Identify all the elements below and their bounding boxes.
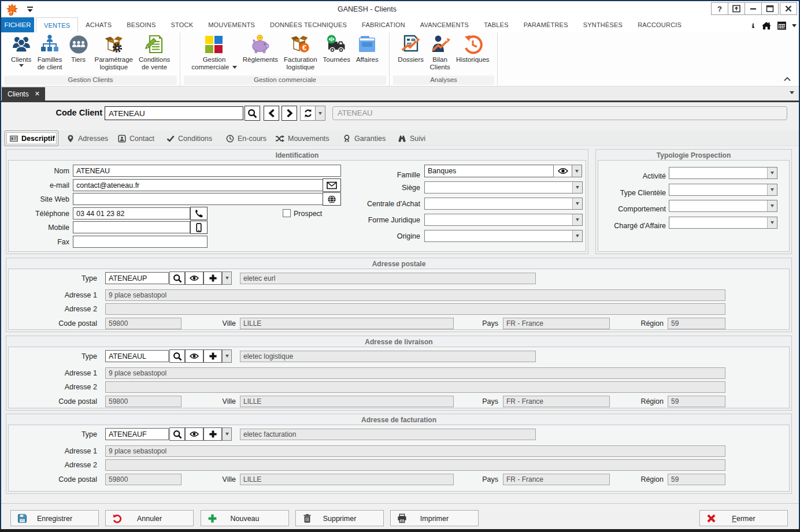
calculator-icon[interactable] (777, 21, 787, 30)
adresse-facturation-type-input[interactable] (105, 428, 169, 440)
form-tab-descriptif[interactable]: Descriptif (5, 131, 58, 146)
menu-tab-ventes[interactable]: VENTES (36, 17, 78, 32)
type-clientele-dropdown-button[interactable] (767, 184, 777, 195)
menu-tab-mouvements[interactable]: MOUVEMENTS (201, 17, 262, 32)
form-tab-adresses[interactable]: Adresses (66, 131, 108, 146)
print-button[interactable]: Imprimer (390, 510, 479, 526)
nom-input[interactable] (73, 165, 341, 177)
document-tab-close-icon[interactable]: ✕ (35, 90, 40, 98)
ribbon-button-affaires[interactable]: Affaires (353, 33, 382, 64)
form-tab-mouvements[interactable]: Mouvements (275, 131, 329, 146)
menu-tab-fabrication[interactable]: FABRICATION (354, 17, 413, 32)
form-tab-en-cours[interactable]: En-cours (226, 131, 266, 146)
adresse-livraison-view-button[interactable] (185, 349, 203, 363)
next-record-button[interactable] (282, 106, 297, 121)
menu-tab-besoins[interactable]: BESOINS (119, 17, 163, 32)
window-arrow-button[interactable] (728, 2, 745, 15)
comportement-combo[interactable] (669, 200, 777, 212)
delete-button[interactable]: Supprimer (295, 510, 384, 526)
ribbon-button-facturation-logistique[interactable]: Facturation logistique (281, 33, 320, 71)
centrale-achat-combo[interactable] (424, 198, 583, 210)
menu-tab-stock[interactable]: STOCK (164, 17, 201, 32)
forme-juridique-combo[interactable] (424, 214, 583, 226)
form-tab-conditions[interactable]: Conditions (166, 131, 212, 146)
form-tab-suivi[interactable]: Suivi (398, 131, 425, 146)
close-button[interactable] (780, 2, 797, 15)
adresse-postale-view-button[interactable] (185, 271, 203, 285)
adresse-livraison-type-input[interactable] (105, 350, 169, 362)
ribbon-button-tournees[interactable]: Tournées (320, 33, 353, 64)
forme-juridique-dropdown-button[interactable] (572, 214, 582, 225)
centrale-achat-dropdown-button[interactable] (572, 198, 582, 209)
ribbon-button-clients[interactable]: Clients (8, 33, 35, 67)
ribbon-button-tiers[interactable]: Tiers (65, 33, 92, 64)
call-mobile-button[interactable] (190, 221, 208, 234)
ribbon-button-reglements[interactable]: Règlements (240, 33, 281, 64)
minimize-button[interactable] (745, 2, 762, 15)
siege-combo[interactable] (424, 181, 583, 194)
site-web-input[interactable] (73, 193, 323, 205)
charge-affaire-combo[interactable] (669, 217, 777, 229)
ribbon-button-familles-de-client[interactable]: Familles de client (35, 33, 65, 71)
new-button[interactable]: Nouveau (201, 510, 289, 526)
adresse-postale-type-input[interactable] (105, 272, 169, 284)
menu-tab-parametres[interactable]: PARAMÈTRES (516, 17, 576, 32)
adresse-livraison-search-button[interactable] (169, 349, 185, 363)
cancel-button[interactable]: Annuler (105, 510, 194, 526)
adresse-facturation-add-button[interactable] (203, 427, 222, 441)
comportement-dropdown-button[interactable] (767, 200, 777, 211)
telephone-input[interactable] (73, 207, 190, 220)
previous-record-button[interactable] (264, 106, 279, 121)
call-phone-button[interactable] (190, 207, 208, 220)
help-button[interactable]: ? (711, 2, 728, 15)
document-tab-clients[interactable]: Clients ✕ (2, 87, 45, 101)
refresh-dropdown-button[interactable] (316, 106, 325, 121)
ribbon-button-dossiers[interactable]: Dossiers (395, 33, 427, 64)
ribbon-button-historiques[interactable]: Historiques (453, 33, 492, 64)
adresse-facturation-view-button[interactable] (185, 427, 203, 441)
origine-dropdown-button[interactable] (572, 230, 582, 241)
ribbon-collapse-chevron-icon[interactable] (783, 76, 792, 84)
adresse-facturation-add-dropdown-button[interactable] (222, 427, 232, 441)
ribbon-button-parametrage-logistique[interactable]: Paramétrage logistique (92, 33, 136, 71)
origine-combo[interactable] (424, 230, 583, 242)
fax-input[interactable] (73, 236, 208, 248)
menu-tab-raccourcis[interactable]: RACCOURCIS (630, 17, 689, 32)
siege-dropdown-button[interactable] (572, 182, 582, 193)
activite-combo[interactable] (669, 167, 777, 179)
form-tab-garanties[interactable]: Garanties (343, 131, 386, 146)
menu-tab-achats[interactable]: ACHATS (78, 17, 119, 32)
adresse-postale-search-button[interactable] (169, 271, 185, 285)
email-input[interactable] (73, 179, 323, 191)
prospect-checkbox[interactable] (283, 209, 291, 217)
activite-dropdown-button[interactable] (767, 168, 777, 178)
menu-tab-avancements[interactable]: AVANCEMENTS (413, 17, 476, 32)
save-button[interactable]: Enregistrer (10, 510, 99, 526)
form-tab-contact[interactable]: Contact (118, 131, 154, 146)
search-client-button[interactable] (245, 106, 260, 121)
famille-dropdown-button[interactable] (572, 165, 582, 177)
ribbon-button-bilan-clients[interactable]: Bilan Clients (427, 33, 453, 71)
home-icon[interactable] (761, 21, 772, 30)
adresse-postale-add-button[interactable] (203, 271, 222, 285)
calculator-dropdown-caret-icon[interactable] (792, 24, 797, 27)
ribbon-button-gestion-commerciale[interactable]: Gestion commerciale (188, 33, 239, 71)
maximize-button[interactable] (761, 2, 779, 15)
menu-tab-syntheses[interactable]: SYNTHÈSES (576, 17, 630, 32)
mobile-input[interactable] (73, 221, 190, 233)
adresse-facturation-search-button[interactable] (169, 427, 185, 441)
menu-tab-donnees-techniques[interactable]: DONNÉES TECHNIQUES (262, 17, 354, 32)
code-client-input[interactable] (105, 106, 243, 120)
document-tab-list-caret-icon[interactable] (790, 91, 794, 94)
ribbon-button-conditions-de-vente[interactable]: Conditions de vente (136, 33, 173, 71)
menu-tab-fichier[interactable]: FICHIER (1, 17, 34, 32)
refresh-button[interactable] (300, 106, 316, 121)
charge-affaire-dropdown-button[interactable] (767, 217, 777, 228)
famille-input[interactable] (424, 165, 554, 177)
adresse-livraison-add-dropdown-button[interactable] (222, 349, 232, 363)
info-icon[interactable] (750, 21, 756, 30)
menu-tab-tables[interactable]: TABLES (476, 17, 516, 32)
view-famille-button[interactable] (553, 165, 572, 177)
adresse-livraison-add-button[interactable] (203, 349, 222, 363)
adresse-postale-add-dropdown-button[interactable] (222, 271, 232, 285)
